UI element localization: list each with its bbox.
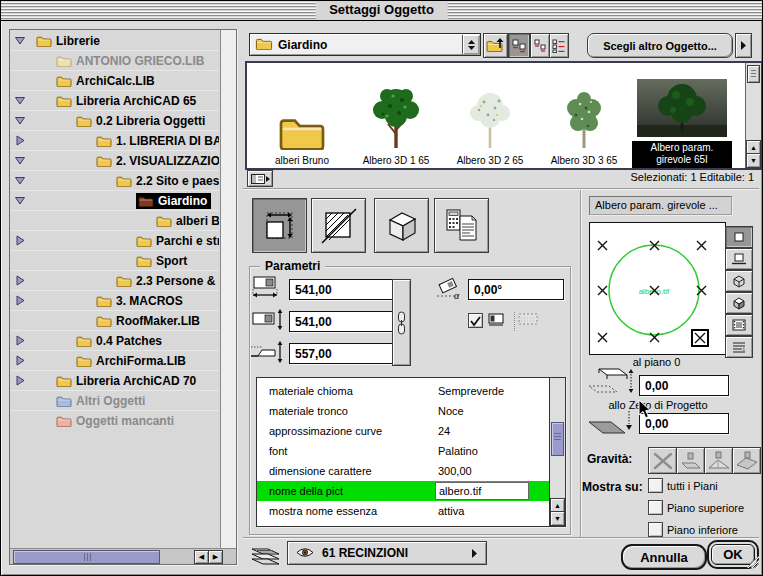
angle-field[interactable] xyxy=(468,279,564,300)
layer-popup-button[interactable]: 61 RECINZIONI xyxy=(287,541,487,565)
parameter-row[interactable]: fontPalatino xyxy=(257,441,550,461)
tree-item[interactable]: 2. VISUALIZZAZION xyxy=(10,150,219,170)
tree-item[interactable]: Sport xyxy=(10,250,219,270)
scrollbar-thumb[interactable] xyxy=(13,550,160,564)
preview-canvas[interactable]: albero.tif xyxy=(589,222,726,355)
tree-item[interactable]: 2.2 Sito e paes xyxy=(10,170,219,190)
tree-item[interactable]: 2.3 Persone & a xyxy=(10,270,219,290)
object-thumbnail[interactable]: Albero param. girevole 65I xyxy=(631,65,733,168)
gravity-none-button[interactable] xyxy=(648,447,677,474)
browser-scrollbar[interactable]: ▲ ▼ xyxy=(745,63,761,168)
tab-section-fill-button[interactable] xyxy=(311,198,366,253)
scroll-left-button[interactable]: ◀ xyxy=(194,550,209,564)
title-bar[interactable]: Settaggi Oggetto xyxy=(1,1,762,21)
preview-3d-wireframe-button[interactable] xyxy=(725,270,753,292)
tree-item[interactable]: 0.2 Libreria Oggetti xyxy=(10,110,219,130)
tree-horizontal-scrollbar[interactable]: ◀ ▶ xyxy=(10,548,236,564)
disclosure-triangle[interactable] xyxy=(14,355,25,366)
link-dimensions-button[interactable] xyxy=(392,279,411,366)
gravity-roof-button[interactable] xyxy=(732,447,761,474)
gravity-slab-button[interactable] xyxy=(676,447,705,474)
disclosure-triangle[interactable] xyxy=(14,295,25,306)
tree-item[interactable]: ANTONIO GRIECO.LIB xyxy=(10,50,219,70)
object-thumbnail[interactable]: alberi Bruno xyxy=(255,65,349,168)
width-field[interactable] xyxy=(289,279,397,300)
preview-2d-symbol-button[interactable] xyxy=(725,226,753,248)
more-options-button[interactable] xyxy=(735,33,752,58)
preview-elevation-button[interactable] xyxy=(725,248,753,270)
tree-item-label: ArchiCalc.LIB xyxy=(76,74,155,88)
object-thumbnail[interactable]: Albero 3D 3 65 xyxy=(537,65,631,168)
tree-item[interactable]: Oggetti mancanti xyxy=(10,410,219,430)
scroll-down-button[interactable]: ▼ xyxy=(746,153,761,168)
tree-item[interactable]: Libreria ArchiCAD 70 xyxy=(10,370,219,390)
resize-grip[interactable] xyxy=(744,553,760,573)
tree-item[interactable]: Giardino xyxy=(10,190,219,210)
disclosure-triangle[interactable] xyxy=(14,155,25,166)
parameter-row[interactable]: dimensione carattere300,00 xyxy=(257,461,550,481)
disclosure-triangle[interactable] xyxy=(14,275,25,286)
tree-item[interactable]: ArchiCalc.LIB xyxy=(10,70,219,90)
tree-item[interactable]: 3. MACROS xyxy=(10,290,219,310)
tree-item[interactable]: ArchiForma.LIB xyxy=(10,350,219,370)
parameter-row[interactable]: mostra nome essenzaattiva xyxy=(257,501,550,521)
disclosure-triangle[interactable] xyxy=(14,335,25,346)
show-on-checkbox[interactable] xyxy=(648,500,663,515)
tree-item-label: Sport xyxy=(156,254,187,268)
disclosure-triangle[interactable] xyxy=(14,375,25,386)
object-thumbnail[interactable]: Albero 3D 2 65 xyxy=(443,65,537,168)
tree-item[interactable]: alberi B xyxy=(10,210,219,230)
thumbnail-label: Albero param. girevole 65I xyxy=(632,141,732,168)
scrollbar-thumb[interactable] xyxy=(747,65,760,83)
parameter-row[interactable]: nome della pict xyxy=(257,481,550,501)
parameter-row[interactable]: materiale troncoNoce xyxy=(257,401,550,421)
gravity-mesh-button[interactable] xyxy=(704,447,733,474)
pane-layout-button[interactable] xyxy=(247,170,273,187)
disclosure-triangle[interactable] xyxy=(14,135,25,146)
parameter-value-field[interactable] xyxy=(435,482,529,500)
tree-item[interactable]: 1. LIBRERIA DI BAS xyxy=(10,130,219,150)
zero-elevation-field[interactable] xyxy=(639,413,729,434)
tree-item[interactable]: Altri Oggetti xyxy=(10,390,219,410)
parent-folder-button[interactable] xyxy=(483,33,508,58)
tab-3d-model-button[interactable] xyxy=(374,198,429,253)
eye-glyph xyxy=(296,547,314,558)
show-on-checkbox[interactable] xyxy=(648,522,663,537)
tree-item[interactable]: Parchi e str xyxy=(10,230,219,250)
folder-dropdown[interactable]: Giardino xyxy=(249,33,481,56)
tree-item[interactable]: Librerie xyxy=(10,31,219,50)
preview-movie-button[interactable] xyxy=(725,314,753,336)
disclosure-triangle[interactable] xyxy=(14,35,25,46)
cancel-button[interactable]: Annulla xyxy=(621,544,707,570)
disclosure-triangle[interactable] xyxy=(14,95,25,106)
tree-item[interactable]: Libreria ArchiCAD 65 xyxy=(10,90,219,110)
table-scrollbar[interactable]: ▲ ▼ xyxy=(549,378,565,526)
choose-other-object-button[interactable]: Scegli altro Oggetto... xyxy=(587,33,733,58)
tab-listing-button[interactable] xyxy=(434,198,489,253)
tree-item[interactable]: RoofMaker.LIB xyxy=(10,310,219,330)
tree-item[interactable]: 0.4 Patches xyxy=(10,330,219,350)
scrollbar-thumb[interactable] xyxy=(551,422,564,456)
scroll-down-button[interactable]: ▼ xyxy=(550,511,565,526)
disclosure-triangle[interactable] xyxy=(14,115,25,126)
parameter-row[interactable]: approssimazione curve24 xyxy=(257,421,550,441)
object-thumbnail[interactable]: Albero 3D 1 65 xyxy=(349,65,443,168)
preview-3d-shaded-button[interactable] xyxy=(725,292,753,314)
view-large-icons-button[interactable] xyxy=(508,33,530,58)
scroll-right-button[interactable]: ▶ xyxy=(208,550,223,564)
tree-vertical-scrollbar[interactable] xyxy=(220,30,236,549)
height-field[interactable] xyxy=(289,343,397,364)
disclosure-triangle[interactable] xyxy=(14,195,25,206)
view-list-button[interactable] xyxy=(549,33,569,58)
view-small-icons-button[interactable] xyxy=(530,33,550,58)
preview-description-button[interactable]: i xyxy=(725,336,753,358)
parameter-row[interactable]: materiale chiomaSempreverde xyxy=(257,381,550,401)
dropdown-stepper[interactable] xyxy=(462,35,479,54)
depth-field[interactable] xyxy=(289,311,397,332)
mirror-checkbox[interactable] xyxy=(468,313,483,328)
elevation-field[interactable] xyxy=(639,375,729,396)
tab-dimensions-button[interactable] xyxy=(252,198,307,253)
disclosure-triangle[interactable] xyxy=(14,175,25,186)
show-on-checkbox[interactable] xyxy=(648,478,663,493)
disclosure-triangle[interactable] xyxy=(14,235,25,246)
